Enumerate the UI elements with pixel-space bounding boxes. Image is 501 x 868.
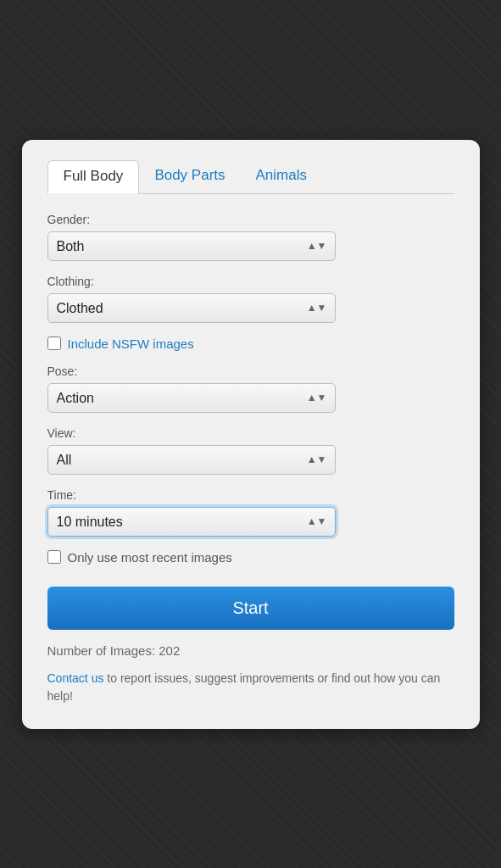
pose-select-wrapper: Action Standing Sitting Lying ▲▼ [47, 383, 336, 413]
start-button[interactable]: Start [47, 587, 454, 630]
tab-animals[interactable]: Animals [241, 160, 322, 192]
gender-select[interactable]: Both Male Female [47, 231, 336, 261]
clothing-select[interactable]: Clothed Unclothed Both [47, 293, 336, 323]
recent-images-checkbox[interactable] [47, 550, 61, 564]
clothing-section: Clothing: Clothed Unclothed Both ▲▼ [47, 275, 454, 323]
time-select[interactable]: 30 seconds 45 seconds 1 minute 2 minutes… [47, 507, 336, 537]
tab-body-parts[interactable]: Body Parts [139, 160, 240, 192]
gender-select-wrapper: Both Male Female ▲▼ [47, 231, 336, 261]
time-select-wrapper: 30 seconds 45 seconds 1 minute 2 minutes… [47, 507, 336, 537]
view-select-wrapper: All Front Side Back ▲▼ [47, 445, 336, 475]
recent-images-row: Only use most recent images [47, 550, 454, 565]
footer-suffix: to report issues, suggest improvements o… [47, 671, 441, 703]
pose-label: Pose: [47, 364, 454, 378]
clothing-select-wrapper: Clothed Unclothed Both ▲▼ [47, 293, 336, 323]
clothing-label: Clothing: [47, 275, 454, 288]
time-label: Time: [47, 488, 454, 502]
nsfw-row: Include NSFW images [47, 337, 454, 351]
pose-section: Pose: Action Standing Sitting Lying ▲▼ [47, 364, 454, 413]
recent-images-label[interactable]: Only use most recent images [68, 550, 232, 565]
view-section: View: All Front Side Back ▲▼ [47, 426, 454, 475]
image-count: Number of Images: 202 [47, 643, 454, 658]
time-section: Time: 30 seconds 45 seconds 1 minute 2 m… [47, 488, 454, 537]
gender-label: Gender: [47, 213, 454, 226]
main-card: Full Body Body Parts Animals Gender: Bot… [22, 140, 480, 729]
nsfw-label[interactable]: Include NSFW images [68, 337, 194, 351]
contact-link[interactable]: Contact us [47, 671, 104, 685]
tab-bar: Full Body Body Parts Animals [47, 160, 454, 194]
footer-text: Contact us to report issues, suggest imp… [47, 670, 454, 705]
tab-full-body[interactable]: Full Body [47, 160, 140, 194]
view-select[interactable]: All Front Side Back [47, 445, 336, 475]
gender-section: Gender: Both Male Female ▲▼ [47, 213, 454, 261]
pose-select[interactable]: Action Standing Sitting Lying [47, 383, 336, 413]
nsfw-checkbox[interactable] [47, 337, 61, 350]
view-label: View: [47, 426, 454, 440]
